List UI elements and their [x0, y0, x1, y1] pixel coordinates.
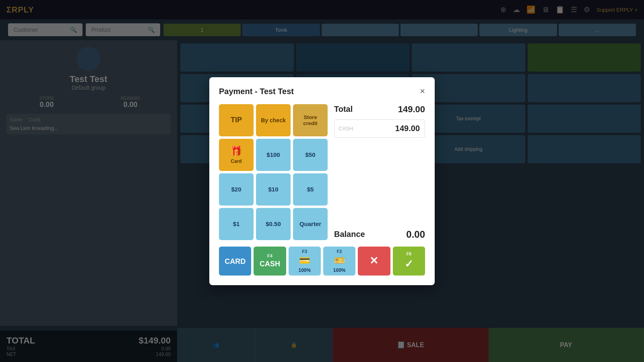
- 050-button[interactable]: $0.50: [256, 208, 291, 240]
- 5-button[interactable]: $5: [293, 173, 328, 206]
- balance-value: 0.00: [406, 229, 425, 240]
- balance-row: Balance 0.00: [334, 229, 425, 240]
- gift-card-button[interactable]: 🎁 Card: [219, 139, 254, 171]
- card-label: Card: [231, 158, 242, 164]
- f8-key-label: F8: [406, 251, 411, 256]
- cancel-icon: ✕: [369, 255, 378, 267]
- 1-button[interactable]: $1: [219, 208, 254, 240]
- gift-icon: 🎁: [230, 146, 242, 157]
- payment-modal: Payment - Test Test × TIP By check Store…: [209, 77, 435, 285]
- f3-pct-label: 100%: [298, 267, 311, 273]
- 10-button[interactable]: $10: [256, 173, 291, 206]
- cash-key-label: F4: [267, 253, 272, 258]
- f2-payment-button[interactable]: F2 🎫 100%: [323, 247, 355, 276]
- cash-btn-label: CASH: [260, 260, 280, 268]
- modal-title: Payment - Test Test: [219, 87, 294, 96]
- cash-payment-button[interactable]: F4 CASH: [254, 247, 286, 276]
- payment-method-grid: TIP By check Storecredit 🎁 Card $100 $50…: [219, 104, 328, 240]
- store-credit-button[interactable]: Storecredit: [293, 104, 328, 136]
- quarter-button[interactable]: Quarter: [293, 208, 328, 240]
- 50-button[interactable]: $50: [293, 139, 328, 171]
- 100-button[interactable]: $100: [256, 139, 291, 171]
- cash-input-wrapper: CASH: [334, 119, 425, 138]
- modal-close-button[interactable]: ×: [420, 87, 425, 96]
- by-check-button[interactable]: By check: [256, 104, 291, 136]
- right-panel: Total 149.00 CASH Balance 0.00: [334, 104, 425, 240]
- total-row: Total 149.00: [334, 104, 425, 115]
- modal-header: Payment - Test Test ×: [219, 87, 425, 96]
- ticket-icon: 🎫: [334, 255, 345, 266]
- total-label: Total: [334, 105, 353, 114]
- card-btn-label: CARD: [225, 257, 246, 266]
- f3-payment-button[interactable]: F3 💳 100%: [289, 247, 321, 276]
- tip-button[interactable]: TIP: [219, 104, 254, 136]
- modal-footer: CARD F4 CASH F3 💳 100% F2 🎫 100% ✕ F8 ✓: [219, 247, 425, 276]
- f2-key-label: F2: [337, 249, 342, 254]
- confirm-button[interactable]: F8 ✓: [393, 247, 425, 276]
- credit-card-icon: 💳: [299, 255, 310, 266]
- total-value: 149.00: [398, 104, 425, 115]
- confirm-icon: ✓: [405, 258, 413, 270]
- balance-label: Balance: [334, 230, 365, 239]
- 20-button[interactable]: $20: [219, 173, 254, 206]
- card-payment-button[interactable]: CARD: [219, 247, 251, 276]
- cash-input[interactable]: [334, 120, 425, 137]
- f3-key-label: F3: [302, 249, 307, 254]
- cancel-button[interactable]: ✕: [358, 247, 390, 276]
- modal-overlay: Payment - Test Test × TIP By check Store…: [0, 0, 644, 362]
- modal-body: TIP By check Storecredit 🎁 Card $100 $50…: [219, 104, 425, 240]
- f2-pct-label: 100%: [333, 267, 346, 273]
